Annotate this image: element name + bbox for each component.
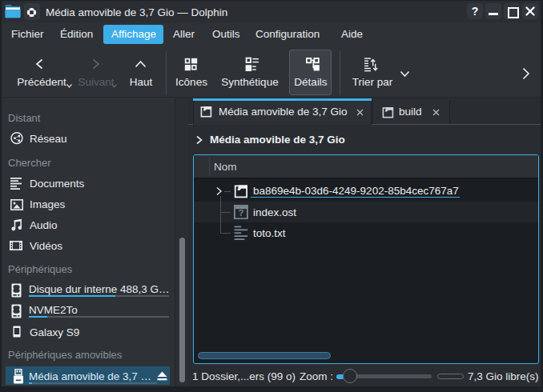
svg-text:?: ? xyxy=(238,208,243,218)
